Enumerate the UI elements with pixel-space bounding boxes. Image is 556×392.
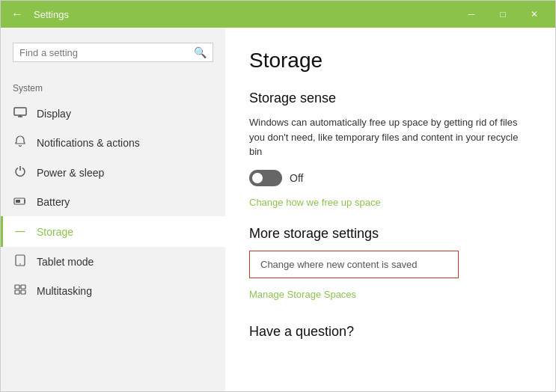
content-area: Storage Storage sense Windows can automa… — [225, 28, 555, 391]
minimize-icon: ─ — [468, 9, 475, 19]
search-icon: 🔍 — [194, 46, 207, 58]
storage-sense-desc: Windows can automatically free up space … — [249, 115, 531, 159]
page-title: Storage — [249, 49, 531, 73]
svg-rect-9 — [15, 290, 19, 294]
search-box[interactable]: 🔍 — [13, 43, 213, 62]
svg-rect-0 — [14, 108, 26, 115]
sidebar-item-multitasking[interactable]: Multitasking — [1, 277, 225, 305]
sidebar-item-notifications[interactable]: Notifications & actions — [1, 128, 225, 158]
have-a-question-title: Have a question? — [249, 324, 531, 340]
search-input[interactable] — [19, 47, 194, 58]
svg-rect-7 — [15, 285, 19, 289]
svg-rect-4 — [16, 200, 20, 203]
sidebar-item-power-label: Power & sleep — [37, 167, 104, 179]
toggle-row: Off — [249, 170, 531, 186]
app-title: Settings — [34, 9, 456, 20]
sidebar-item-tablet[interactable]: Tablet mode — [1, 247, 225, 277]
window-controls: ─ □ ✕ — [456, 4, 549, 25]
sidebar-header: 🔍 — [1, 28, 225, 80]
svg-point-6 — [19, 263, 21, 265]
storage-sense-toggle[interactable] — [249, 170, 282, 186]
sidebar-section-label: System — [1, 80, 225, 99]
toggle-state-label: Off — [290, 172, 303, 184]
display-icon — [13, 107, 28, 120]
change-free-space-link[interactable]: Change how we free up space — [249, 197, 381, 208]
sidebar-item-storage[interactable]: ─ Storage — [1, 216, 225, 247]
close-icon: ✕ — [531, 9, 538, 19]
main-layout: 🔍 System Display Notifications & ac — [1, 28, 555, 391]
multitasking-icon — [13, 284, 28, 298]
toggle-thumb — [252, 173, 263, 183]
minimize-button[interactable]: ─ — [456, 4, 486, 25]
change-content-saved-link[interactable]: Change where new content is saved — [249, 251, 459, 278]
sidebar: 🔍 System Display Notifications & ac — [1, 28, 225, 391]
back-button[interactable]: ← — [7, 4, 28, 25]
more-settings-title: More storage settings — [249, 226, 531, 242]
sidebar-item-notifications-label: Notifications & actions — [37, 137, 140, 149]
storage-sense-title: Storage sense — [249, 91, 531, 106]
storage-icon: ─ — [13, 224, 28, 239]
sidebar-item-battery[interactable]: Battery — [1, 188, 225, 216]
svg-rect-8 — [21, 285, 25, 289]
tablet-icon — [13, 254, 28, 269]
power-icon — [13, 165, 28, 180]
close-button[interactable]: ✕ — [519, 4, 549, 25]
manage-storage-spaces-link[interactable]: Manage Storage Spaces — [249, 289, 356, 300]
svg-rect-10 — [21, 290, 25, 294]
sidebar-item-power[interactable]: Power & sleep — [1, 158, 225, 188]
notifications-icon — [13, 135, 28, 150]
back-icon: ← — [11, 7, 23, 21]
sidebar-item-display-label: Display — [37, 108, 71, 120]
maximize-icon: □ — [500, 9, 505, 19]
battery-icon — [13, 195, 28, 209]
sidebar-item-battery-label: Battery — [37, 196, 70, 208]
sidebar-item-display[interactable]: Display — [1, 99, 225, 128]
sidebar-item-tablet-label: Tablet mode — [37, 256, 94, 268]
sidebar-item-multitasking-label: Multitasking — [37, 285, 92, 297]
maximize-button[interactable]: □ — [488, 4, 518, 25]
title-bar: ← Settings ─ □ ✕ — [1, 1, 555, 28]
sidebar-item-storage-label: Storage — [37, 226, 73, 238]
